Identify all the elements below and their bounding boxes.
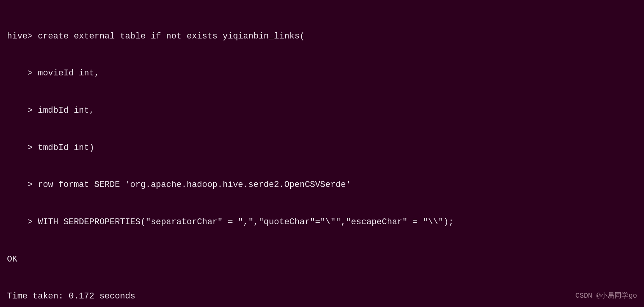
terminal-line-3: > imdbId int, <box>7 105 641 117</box>
terminal-line-1: hive> create external table if not exist… <box>7 30 641 43</box>
terminal-line-5: > row format SERDE 'org.apache.hadoop.hi… <box>7 179 641 191</box>
terminal-line-4: > tmdbId int) <box>7 142 641 154</box>
watermark: CSDN @小易同学go <box>576 291 637 300</box>
terminal-line-7: OK <box>7 253 641 266</box>
terminal-line-6: > WITH SERDEPROPERTIES("separatorChar" =… <box>7 216 641 229</box>
terminal-window: hive> create external table if not exist… <box>4 4 644 303</box>
terminal-line-2: > movieId int, <box>7 67 641 80</box>
terminal-line-8: Time taken: 0.172 seconds <box>7 290 641 303</box>
